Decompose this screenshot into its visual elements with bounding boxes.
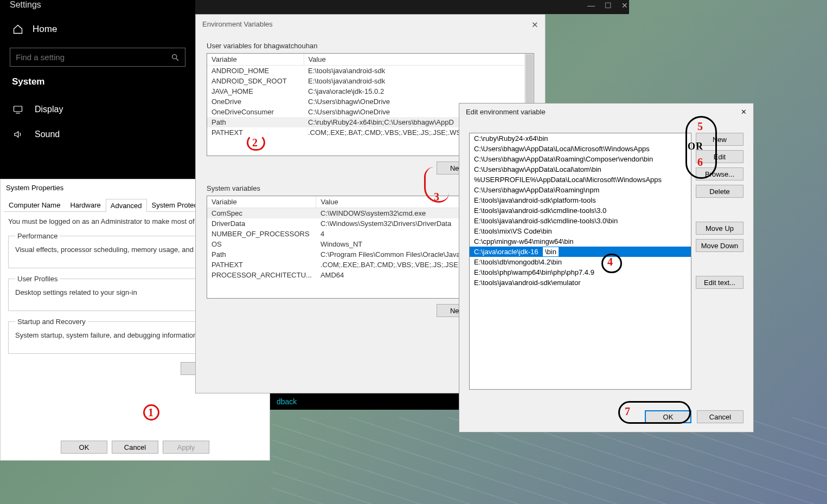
list-item[interactable]: %USERPROFILE%\AppData\Local\Microsoft\Wi…: [470, 175, 691, 185]
user-variables-label: User variables for bhagwatchouhan: [207, 42, 534, 50]
settings-item-display[interactable]: Display: [0, 97, 195, 122]
settings-window: Settings Home System Display Sound: [0, 0, 195, 179]
list-item[interactable]: C:\Users\bhagw\AppData\Local\Microsoft\W…: [470, 144, 691, 154]
close-icon[interactable]: ✕: [621, 1, 628, 10]
tab-hardware[interactable]: Hardware: [65, 198, 105, 211]
apply-button[interactable]: Apply: [163, 441, 209, 454]
settings-item-label: Display: [35, 105, 63, 114]
cell-variable: Path: [207, 249, 316, 260]
background-window-titlebar: — ☐ ✕: [195, 0, 629, 14]
editenv-title: Edit environment variable: [466, 108, 546, 116]
list-item[interactable]: E:\tools\java\android-sdk\cmdline-tools\…: [470, 216, 691, 226]
col-variable[interactable]: Variable: [207, 54, 304, 66]
cancel-button[interactable]: Cancel: [112, 441, 158, 454]
editenv-moveup-button[interactable]: Move Up: [696, 222, 743, 235]
display-icon: [12, 105, 24, 114]
cell-variable: ComSpec: [207, 208, 316, 219]
editenv-ok-button[interactable]: OK: [645, 410, 691, 423]
list-item[interactable]: C:\java\oracle\jdk-16\bin: [470, 247, 691, 257]
list-item[interactable]: C:\cpp\mingw-w64\mingw64\bin: [470, 236, 691, 247]
table-row[interactable]: JAVA_HOMEC:\java\oracle\jdk-15.0.2: [207, 86, 534, 96]
envvars-title: Environment Variables: [202, 20, 273, 30]
svg-point-0: [172, 54, 177, 59]
list-item[interactable]: C:\ruby\Ruby24-x64\bin: [470, 133, 691, 144]
settings-item-sound[interactable]: Sound: [0, 122, 195, 147]
editenv-delete-button[interactable]: Delete: [696, 185, 743, 198]
svg-line-1: [176, 59, 178, 61]
list-item[interactable]: E:\tools\java\android-sdk\emulator: [470, 277, 691, 288]
list-item[interactable]: E:\tools\java\android-sdk\platform-tools: [470, 195, 691, 205]
list-item[interactable]: E:\tools\java\android-sdk\cmdline-tools\…: [470, 205, 691, 216]
settings-home[interactable]: Home: [0, 17, 195, 41]
list-item[interactable]: E:\tools\php\wamp64\bin\php\php7.4.9: [470, 267, 691, 277]
sound-icon: [12, 130, 24, 139]
maximize-icon[interactable]: ☐: [605, 1, 612, 10]
search-input[interactable]: [16, 53, 171, 62]
search-icon: [171, 53, 179, 62]
cell-value: E:\tools\java\android-sdk: [304, 76, 534, 86]
list-item[interactable]: C:\Users\bhagw\AppData\Roaming\npm: [470, 185, 691, 195]
cell-variable: PATHEXT: [207, 127, 304, 138]
settings-home-label: Home: [33, 24, 57, 35]
ok-button[interactable]: OK: [61, 441, 107, 454]
settings-section-system: System: [0, 76, 195, 97]
home-icon: [12, 24, 24, 35]
cell-value: E:\tools\java\android-sdk: [304, 66, 534, 76]
settings-item-label: Sound: [35, 130, 60, 139]
editenv-edit-button[interactable]: Edit: [696, 150, 743, 163]
col-value[interactable]: Value: [304, 54, 534, 66]
cell-variable: ANDROID_HOME: [207, 66, 304, 76]
tab-advanced[interactable]: Advanced: [106, 199, 147, 212]
minimize-icon[interactable]: —: [587, 1, 595, 10]
cell-variable: OneDrive: [207, 96, 304, 107]
edit-environment-variable-dialog: Edit environment variable ✕ C:\ruby\Ruby…: [459, 103, 754, 432]
user-profiles-legend: User Profiles: [15, 275, 60, 283]
list-item[interactable]: C:\Users\bhagw\AppData\Roaming\Composer\…: [470, 154, 691, 164]
editenv-cancel-button[interactable]: Cancel: [697, 410, 743, 423]
cell-variable: PROCESSOR_ARCHITECTU...: [207, 270, 316, 280]
cell-variable: Path: [207, 117, 304, 127]
table-row[interactable]: ANDROID_HOMEE:\tools\java\android-sdk: [207, 66, 534, 76]
svg-rect-2: [14, 106, 22, 112]
tab-computer-name[interactable]: Computer Name: [4, 198, 65, 211]
cell-variable: ANDROID_SDK_ROOT: [207, 76, 304, 86]
cell-variable: OS: [207, 239, 316, 249]
startup-legend: Startup and Recovery: [15, 318, 88, 326]
cell-variable: DriverData: [207, 218, 316, 229]
editenv-movedown-button[interactable]: Move Down: [696, 239, 743, 252]
cell-variable: NUMBER_OF_PROCESSORS: [207, 229, 316, 239]
editenv-edittext-button[interactable]: Edit text...: [696, 276, 743, 289]
col-variable[interactable]: Variable: [207, 196, 316, 208]
close-icon[interactable]: ✕: [531, 20, 538, 30]
performance-legend: Performance: [15, 232, 60, 240]
cell-value: C:\java\oracle\jdk-15.0.2: [304, 86, 534, 96]
table-row[interactable]: ANDROID_SDK_ROOTE:\tools\java\android-sd…: [207, 76, 534, 86]
settings-title: Settings: [0, 0, 195, 17]
inline-edit-field[interactable]: \bin: [542, 247, 559, 257]
settings-search[interactable]: [10, 48, 185, 67]
list-item[interactable]: E:\tools\mix\VS Code\bin: [470, 226, 691, 236]
close-icon[interactable]: ✕: [741, 108, 747, 116]
cell-variable: PATHEXT: [207, 260, 316, 270]
cell-variable: OneDriveConsumer: [207, 107, 304, 117]
list-item[interactable]: C:\Users\bhagw\AppData\Local\atom\bin: [470, 164, 691, 175]
list-item[interactable]: E:\tools\db\mongodb\4.2\bin: [470, 257, 691, 267]
editenv-new-button[interactable]: New: [696, 133, 743, 146]
path-entries-list[interactable]: C:\ruby\Ruby24-x64\binC:\Users\bhagw\App…: [469, 133, 691, 390]
editenv-browse-button[interactable]: Browse...: [696, 167, 743, 180]
cell-variable: JAVA_HOME: [207, 86, 304, 96]
